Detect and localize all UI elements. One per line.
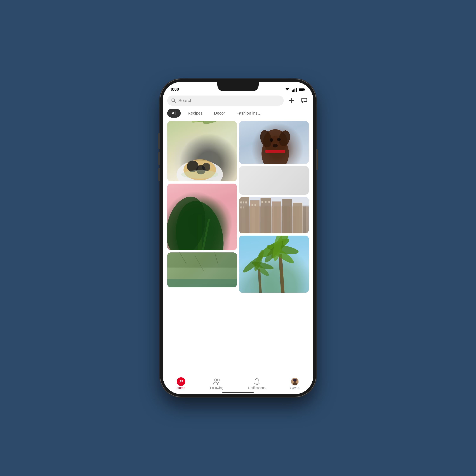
plus-icon bbox=[289, 98, 294, 103]
svg-rect-56 bbox=[265, 201, 266, 203]
pinterest-icon: P bbox=[177, 377, 185, 386]
pin-buildings[interactable] bbox=[239, 197, 309, 233]
following-label: Following bbox=[210, 386, 223, 390]
svg-rect-45 bbox=[272, 202, 281, 233]
svg-point-71 bbox=[214, 379, 217, 381]
notifications-label: Notifications bbox=[248, 386, 265, 390]
tab-all[interactable]: All bbox=[167, 109, 181, 118]
pin-grey[interactable] bbox=[239, 166, 309, 195]
tab-decor[interactable]: Decor bbox=[210, 109, 229, 118]
svg-rect-49 bbox=[243, 202, 244, 204]
svg-rect-29 bbox=[167, 279, 237, 287]
saved-icon-container bbox=[290, 378, 299, 385]
svg-rect-52 bbox=[243, 206, 244, 208]
search-bar[interactable]: Search bbox=[167, 96, 284, 106]
search-placeholder: Search bbox=[178, 98, 192, 103]
svg-point-72 bbox=[217, 379, 220, 381]
svg-rect-3 bbox=[296, 87, 297, 92]
svg-rect-0 bbox=[292, 90, 293, 92]
svg-rect-2 bbox=[294, 88, 295, 92]
notifications-icon-container bbox=[253, 378, 261, 385]
status-icons bbox=[285, 87, 305, 92]
svg-point-38 bbox=[277, 138, 281, 141]
signal-icon bbox=[292, 87, 297, 92]
svg-point-11 bbox=[303, 100, 303, 100]
saved-label: Saved bbox=[290, 386, 299, 390]
messages-button[interactable] bbox=[299, 96, 309, 105]
palms-image bbox=[239, 236, 309, 293]
notch bbox=[217, 82, 259, 91]
pin-dog[interactable] bbox=[239, 121, 309, 164]
status-time: 8:08 bbox=[171, 87, 179, 92]
avatar bbox=[291, 378, 299, 386]
pin-food[interactable] bbox=[167, 121, 237, 181]
svg-point-15 bbox=[202, 121, 226, 126]
bell-icon bbox=[253, 378, 260, 385]
battery-icon bbox=[299, 88, 305, 91]
nav-following[interactable]: Following bbox=[207, 377, 227, 391]
svg-rect-50 bbox=[245, 202, 247, 204]
phone-screen: 8:08 bbox=[163, 82, 313, 394]
svg-rect-46 bbox=[282, 199, 292, 233]
svg-rect-55 bbox=[261, 201, 263, 203]
svg-rect-48 bbox=[240, 202, 242, 204]
svg-rect-27 bbox=[167, 253, 237, 268]
volume-up-button[interactable] bbox=[158, 152, 160, 165]
svg-point-77 bbox=[293, 379, 297, 381]
power-button[interactable] bbox=[316, 149, 318, 170]
svg-rect-54 bbox=[255, 204, 256, 206]
pin-plant[interactable] bbox=[167, 184, 237, 250]
left-column bbox=[167, 121, 237, 293]
phone-mockup: 8:08 bbox=[160, 79, 316, 397]
volume-down-button[interactable] bbox=[158, 168, 160, 181]
messages-icon bbox=[301, 98, 307, 103]
tab-fashion[interactable]: Fashion ins… bbox=[232, 109, 266, 118]
svg-point-22 bbox=[181, 170, 218, 179]
food-image bbox=[167, 121, 237, 181]
svg-point-39 bbox=[273, 144, 278, 147]
grey-image bbox=[239, 166, 309, 195]
svg-rect-44 bbox=[260, 198, 271, 233]
svg-rect-5 bbox=[299, 89, 304, 91]
header-actions bbox=[287, 96, 309, 105]
svg-rect-57 bbox=[269, 201, 270, 203]
svg-line-8 bbox=[174, 101, 176, 103]
svg-rect-51 bbox=[240, 206, 242, 208]
pin-beach[interactable] bbox=[167, 253, 237, 287]
add-button[interactable] bbox=[287, 96, 296, 105]
plant-image bbox=[167, 184, 237, 250]
svg-point-13 bbox=[305, 100, 305, 100]
bottom-nav: P Home Following bbox=[163, 375, 313, 394]
search-bar-container: Search bbox=[163, 93, 313, 107]
home-label: Home bbox=[177, 386, 185, 390]
nav-saved[interactable]: Saved bbox=[287, 377, 302, 391]
dog-image bbox=[239, 121, 309, 164]
following-icon bbox=[213, 378, 221, 385]
svg-rect-1 bbox=[293, 89, 294, 92]
nav-home[interactable]: P Home bbox=[174, 377, 188, 391]
home-icon-container: P bbox=[177, 378, 185, 385]
svg-rect-40 bbox=[265, 150, 285, 153]
right-column bbox=[239, 121, 309, 293]
svg-point-21 bbox=[202, 163, 211, 171]
tab-recipes[interactable]: Recipes bbox=[183, 109, 207, 118]
svg-rect-53 bbox=[252, 204, 253, 206]
following-icon-container bbox=[212, 378, 221, 385]
svg-rect-47 bbox=[293, 203, 302, 233]
wifi-icon bbox=[285, 87, 290, 92]
nav-notifications[interactable]: Notifications bbox=[245, 377, 269, 391]
beach-image bbox=[167, 253, 237, 287]
svg-point-37 bbox=[270, 138, 273, 142]
svg-rect-6 bbox=[305, 89, 305, 90]
pin-palms[interactable] bbox=[239, 236, 309, 293]
pin-grid bbox=[163, 120, 313, 294]
buildings-image bbox=[239, 197, 309, 233]
home-indicator[interactable] bbox=[222, 391, 254, 392]
svg-point-12 bbox=[304, 100, 304, 100]
filter-tabs: All Recipes Decor Fashion ins… bbox=[163, 107, 313, 120]
search-icon bbox=[171, 98, 176, 103]
screen-content: Search bbox=[163, 93, 313, 375]
